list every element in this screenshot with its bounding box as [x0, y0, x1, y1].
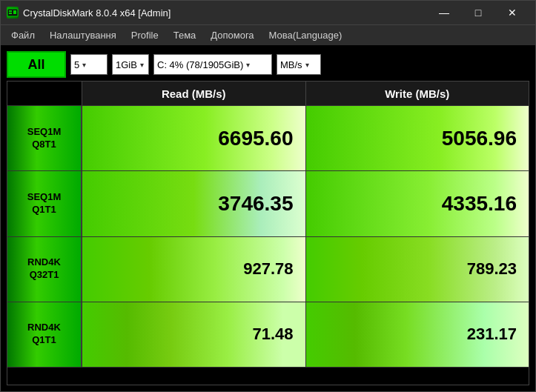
- table-row: SEQ1M Q1T1 3746.35 4335.16: [7, 170, 529, 236]
- drive-value: C: 4% (78/1905GiB): [157, 59, 243, 70]
- read-value: 71.48: [252, 325, 293, 344]
- table-footer: [7, 367, 529, 385]
- row-label-line1: RND4K: [27, 256, 61, 269]
- write-value: 789.23: [467, 259, 517, 279]
- menu-profile[interactable]: Profile: [124, 27, 166, 44]
- menu-theme[interactable]: Тема: [166, 27, 204, 44]
- app-icon: [7, 7, 19, 19]
- size-value: 1GiB: [116, 59, 137, 70]
- header-read: Read (MB/s): [82, 82, 305, 105]
- read-value: 3746.35: [218, 192, 293, 216]
- main-content: All 5 ▾ 1GiB ▾ C: 4% (78/1905GiB) ▾ MB/s…: [1, 45, 535, 391]
- write-value: 5056.96: [442, 127, 517, 150]
- runs-dropdown[interactable]: 5 ▾: [70, 54, 107, 75]
- read-cell-rnd4k-q32t1[interactable]: 927.78: [82, 237, 305, 302]
- table-header: Read (MB/s) Write (MB/s): [7, 82, 529, 105]
- window-controls: — □ ✕: [427, 1, 529, 24]
- maximize-button[interactable]: □: [461, 1, 495, 24]
- menu-bar: Файл Налаштування Profile Тема Допомога …: [1, 24, 535, 45]
- window-title: CrystalDiskMark 8.0.4 x64 [Admin]: [23, 7, 427, 19]
- minimize-button[interactable]: —: [427, 1, 461, 24]
- menu-help[interactable]: Допомога: [203, 27, 261, 44]
- read-cell-seq1m-q1t1[interactable]: 3746.35: [82, 171, 305, 236]
- title-bar: CrystalDiskMark 8.0.4 x64 [Admin] — □ ✕: [1, 1, 535, 24]
- read-value: 6695.60: [218, 127, 293, 150]
- menu-file[interactable]: Файл: [4, 27, 42, 44]
- unit-dropdown[interactable]: MB/s ▾: [277, 54, 321, 75]
- unit-arrow: ▾: [305, 61, 309, 69]
- svg-rect-2: [9, 13, 12, 14]
- close-button[interactable]: ✕: [495, 1, 529, 24]
- menu-settings[interactable]: Налаштування: [42, 27, 124, 44]
- unit-value: MB/s: [280, 59, 302, 70]
- row-label-line2: Q1T1: [32, 204, 56, 216]
- header-write: Write (MB/s): [305, 82, 529, 105]
- row-label-line1: RND4K: [27, 322, 61, 334]
- all-button[interactable]: All: [7, 51, 66, 78]
- row-label-line2: Q32T1: [30, 269, 59, 282]
- drive-dropdown[interactable]: C: 4% (78/1905GiB) ▾: [153, 54, 272, 75]
- row-label-line2: Q1T1: [32, 334, 56, 347]
- row-label-line1: SEQ1M: [27, 126, 62, 139]
- read-value: 927.78: [243, 259, 293, 279]
- write-value: 231.17: [467, 325, 517, 344]
- table-row: SEQ1M Q8T1 6695.60 5056.96: [7, 105, 529, 170]
- app-window: CrystalDiskMark 8.0.4 x64 [Admin] — □ ✕ …: [0, 0, 536, 392]
- write-cell-seq1m-q8t1[interactable]: 5056.96: [305, 106, 529, 170]
- read-cell-seq1m-q8t1[interactable]: 6695.60: [82, 106, 305, 170]
- write-cell-seq1m-q1t1[interactable]: 4335.16: [305, 171, 529, 236]
- drive-arrow: ▾: [246, 61, 250, 69]
- table-row: RND4K Q32T1 927.78 789.23: [7, 236, 529, 302]
- menu-language[interactable]: Мова(Language): [262, 27, 350, 44]
- row-label-line1: SEQ1M: [27, 191, 62, 204]
- benchmark-table: Read (MB/s) Write (MB/s) SEQ1M Q8T1 6695…: [7, 81, 529, 385]
- runs-value: 5: [74, 59, 79, 70]
- row-label-seq1m-q1t1: SEQ1M Q1T1: [7, 171, 82, 236]
- row-label-line2: Q8T1: [32, 139, 56, 151]
- write-cell-rnd4k-q32t1[interactable]: 789.23: [305, 237, 529, 302]
- size-dropdown[interactable]: 1GiB ▾: [112, 54, 149, 75]
- runs-arrow: ▾: [82, 61, 86, 69]
- write-cell-rnd4k-q1t1[interactable]: 231.17: [305, 302, 529, 367]
- write-value: 4335.16: [442, 192, 517, 216]
- size-arrow: ▾: [140, 61, 144, 69]
- row-label-rnd4k-q1t1: RND4K Q1T1: [7, 302, 82, 367]
- table-row: RND4K Q1T1 71.48 231.17: [7, 302, 529, 367]
- read-cell-rnd4k-q1t1[interactable]: 71.48: [82, 302, 305, 367]
- row-label-seq1m-q8t1: SEQ1M Q8T1: [7, 106, 82, 170]
- row-label-rnd4k-q32t1: RND4K Q32T1: [7, 237, 82, 302]
- header-empty: [7, 82, 82, 105]
- svg-rect-1: [9, 10, 12, 12]
- svg-rect-3: [13, 10, 16, 14]
- controls-row: All 5 ▾ 1GiB ▾ C: 4% (78/1905GiB) ▾ MB/s…: [7, 51, 529, 78]
